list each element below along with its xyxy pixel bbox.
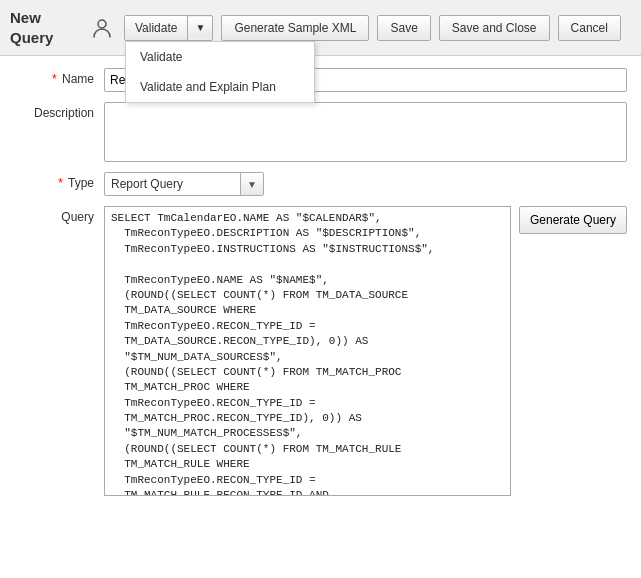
description-row: Description bbox=[14, 102, 627, 162]
type-label: * Type bbox=[14, 172, 104, 190]
generate-sample-xml-button[interactable]: Generate Sample XML bbox=[221, 15, 369, 41]
query-row: Query Generate Query bbox=[14, 206, 627, 496]
type-select-arrow-icon: ▼ bbox=[240, 173, 263, 195]
cancel-button[interactable]: Cancel bbox=[558, 15, 621, 41]
description-textarea[interactable] bbox=[104, 102, 627, 162]
generate-query-button[interactable]: Generate Query bbox=[519, 206, 627, 234]
validate-option[interactable]: Validate bbox=[126, 42, 314, 72]
type-row: * Type Report Query ▼ bbox=[14, 172, 627, 196]
page-title: New Query bbox=[10, 8, 80, 47]
validate-dropdown-arrow-button[interactable]: ▼ bbox=[188, 17, 212, 38]
name-row: * Name bbox=[14, 68, 627, 92]
header: New Query Validate ▼ Validate Validate a… bbox=[0, 0, 641, 56]
user-icon bbox=[88, 14, 116, 42]
type-required-star: * bbox=[58, 176, 63, 190]
validate-button-group[interactable]: Validate ▼ Validate Validate and Explain… bbox=[124, 15, 213, 41]
validate-and-explain-option[interactable]: Validate and Explain Plan bbox=[126, 72, 314, 102]
save-button[interactable]: Save bbox=[377, 15, 430, 41]
type-select[interactable]: Report Query ▼ bbox=[104, 172, 264, 196]
name-required-star: * bbox=[52, 72, 57, 86]
query-area-wrapper: Generate Query bbox=[104, 206, 627, 496]
validate-dropdown-menu: Validate Validate and Explain Plan bbox=[125, 41, 315, 103]
svg-point-0 bbox=[98, 20, 106, 28]
validate-main-button[interactable]: Validate bbox=[125, 16, 188, 40]
name-label: * Name bbox=[14, 68, 104, 86]
type-select-value: Report Query bbox=[105, 174, 240, 194]
query-textarea[interactable] bbox=[104, 206, 511, 496]
query-label: Query bbox=[14, 206, 104, 224]
description-label: Description bbox=[14, 102, 104, 120]
save-and-close-button[interactable]: Save and Close bbox=[439, 15, 550, 41]
